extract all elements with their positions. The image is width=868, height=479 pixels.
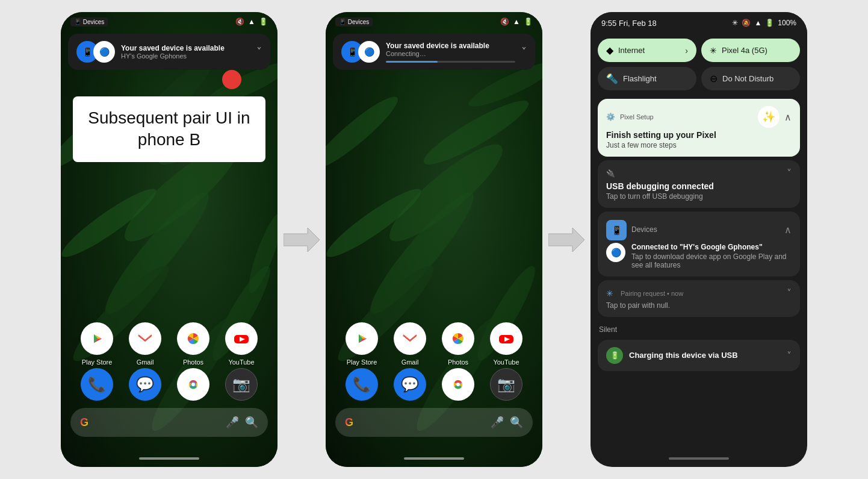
shade-charging-expand-icon[interactable]: ˅ [787,350,792,362]
phone1-status-left: 📱 Devices [70,17,108,27]
svg-point-10 [243,210,277,295]
phone1-battery-icon: 🔋 [259,17,268,26]
tile-dnd[interactable]: ⊖ Do Not Disturb [701,67,800,90]
shade-notif-usb[interactable]: 🔌 ˅ USB debugging connected Tap to turn … [598,160,800,208]
phone1-app-playstore[interactable]: Play Store [73,322,121,366]
phone1-devices-label: 📱 Devices [70,17,108,27]
phone1-wifi-icon: ▲ [248,17,255,26]
phone2-camera-icon: 📷 [490,368,522,401]
shade-notif-charging[interactable]: 🔋 Charging this device via USB ˅ [598,340,800,371]
phone2-mute-icon: 🔇 [500,17,509,26]
phone1-app-phone[interactable]: 📞 [73,368,121,401]
phone2-status-bar: 📱 Devices 🔇 ▲ 🔋 [326,12,542,31]
phone1-app-camera[interactable]: 📷 [217,368,265,401]
shade-charging-title: Charging this device via USB [629,351,781,360]
phone2-app-gmail[interactable]: Gmail [386,322,434,366]
phone2-google-g: G [345,416,353,429]
phone1-camera-icon: 📷 [225,368,258,401]
phone1-label-text: Subsequent pair UI in phone B [85,107,253,151]
shade-pixel-title: Finish setting up your Pixel [606,130,792,140]
shade-pixel-gear-icon: ⚙️ [606,113,615,121]
shade-devices-logo: 🔵 [606,243,625,262]
tile-flashlight-label: Flashlight [623,74,657,83]
shade-usb-sub: Tap to turn off USB debugging [606,192,792,201]
phone2-battery-icon: 🔋 [524,17,533,26]
phone2-app-phone[interactable]: 📞 [338,368,386,401]
phone2-app-youtube[interactable]: YouTube [482,322,530,366]
shade-devices-expand-icon[interactable]: ∧ [784,224,792,236]
phone1-lens-icon[interactable]: 🔍 [245,416,258,429]
phone2-notif-card[interactable]: 📱 🔵 Your saved device is available Conne… [333,34,535,70]
phone2-app-camera[interactable]: 📷 [482,368,530,401]
phone1-notif-icons: 📱 🔵 [76,41,115,63]
shade-notif-pairing[interactable]: ✳ Pairing request • now ˅ Tap to pair wi… [598,280,800,317]
shade-bluetooth-icon: ✳ [732,19,738,27]
phone1-phone-icon: 📞 [81,368,113,401]
shade-notif-usb-header: 🔌 ˅ [606,167,792,179]
phone2-messages-icon: 💬 [394,368,426,401]
phone1-app-youtube[interactable]: YouTube [217,322,265,366]
phone1-search-bar[interactable]: G 🎤 🔍 [70,408,268,437]
notification-shade: 9:55 Fri, Feb 18 ✳ 🔕 ▲ 🔋 100% ◆ Internet… [591,12,807,467]
phone2-app-messages[interactable]: 💬 [386,368,434,401]
phone2-gmail-label: Gmail [401,358,419,366]
phone1-gmail-icon [129,322,161,355]
phone2-app-playstore[interactable]: Play Store [338,322,386,366]
tile-internet[interactable]: ◆ Internet › [598,39,696,62]
shade-pairing-app-label: Pairing request • now [621,290,782,297]
shade-devices-app-label: Devices [631,225,780,234]
shade-home-indicator [669,457,729,460]
svg-point-25 [191,383,195,386]
phone2-notif-icon2: 🔵 [358,41,380,63]
phone2-wifi-icon: ▲ [513,17,520,26]
phone2-lens-icon[interactable]: 🔍 [510,416,523,429]
phone1-playstore-label: Play Store [82,358,113,366]
phone2-search-bar[interactable]: G 🎤 🔍 [335,408,533,437]
phone2-chrome-icon [442,368,474,401]
phone1-app-chrome[interactable] [169,368,217,401]
shade-pairing-expand-icon[interactable]: ˅ [787,287,792,299]
phone2-progress-container [386,61,515,63]
phone2-gmail-icon [394,322,426,355]
shade-usb-expand-icon[interactable]: ˅ [787,167,792,179]
tile-flashlight[interactable]: 🔦 Flashlight [598,67,696,90]
phone1-mic-icon[interactable]: 🎤 [226,416,239,429]
phone2-app-chrome[interactable] [434,368,482,401]
svg-point-35 [326,89,405,175]
shade-notif-pairing-header: ✳ Pairing request • now ˅ [606,287,792,299]
tile-internet-label: Internet [618,46,645,55]
tile-dnd-label: Do Not Disturb [722,74,773,83]
tile-internet-icon: ◆ [606,45,613,56]
phone1-red-dot [222,70,241,89]
shade-pixel-expand-icon[interactable]: ∧ [784,111,792,123]
shade-pairing-sub: Tap to pair with null. [606,301,792,310]
phone2-mic-icon[interactable]: 🎤 [491,416,504,429]
shade-status-icons: ✳ 🔕 ▲ 🔋 100% [732,19,796,27]
shade-notif-devices[interactable]: 📱 Devices ∧ 🔵 Connected to "HY's Google … [598,211,800,277]
phone1-status-bar: 📱 Devices 🔇 ▲ 🔋 [61,12,277,31]
arrow1 [277,228,326,252]
phone2-dock-apps: 📞 💬 📷 [326,368,542,401]
phone1-app-gmail[interactable]: Gmail [121,322,169,366]
tile-pixel[interactable]: ✳ Pixel 4a (5G) [701,39,800,62]
shade-silent-label: Silent [591,321,807,336]
tile-internet-arrow: › [685,46,688,55]
phone1-app-messages[interactable]: 💬 [121,368,169,401]
phone1-app-photos[interactable]: Photos [169,322,217,366]
shade-notif-devices-header: 📱 Devices ∧ [606,219,792,240]
phone1-notif-chevron[interactable]: ˅ [256,45,262,58]
shade-notif-pixel-setup[interactable]: ⚙️ Pixel Setup ✨ ∧ Finish setting up you… [598,99,800,157]
phone1-notif-card[interactable]: 📱 🔵 Your saved device is available HY's … [68,34,270,70]
phone1-photos-icon [177,322,209,355]
phone1-status-right: 🔇 ▲ 🔋 [235,17,268,26]
shade-pixel-app-label: Pixel Setup [620,113,753,121]
phone1: 📱 Devices 🔇 ▲ 🔋 📱 🔵 Your saved [61,12,277,467]
shade-battery-icon: 🔋 [765,19,774,27]
phone1-dock-apps: 📞 💬 📷 [61,368,277,401]
phone2-status-right: 🔇 ▲ 🔋 [500,17,533,26]
tile-dnd-icon: ⊖ [710,73,718,84]
phone2-notif-chevron[interactable]: ˅ [521,45,527,58]
shade-devices-text: Connected to "HY's Google Gphones" Tap t… [631,243,792,269]
shade-mute-icon: 🔕 [742,19,751,27]
phone2-app-photos[interactable]: Photos [434,322,482,366]
